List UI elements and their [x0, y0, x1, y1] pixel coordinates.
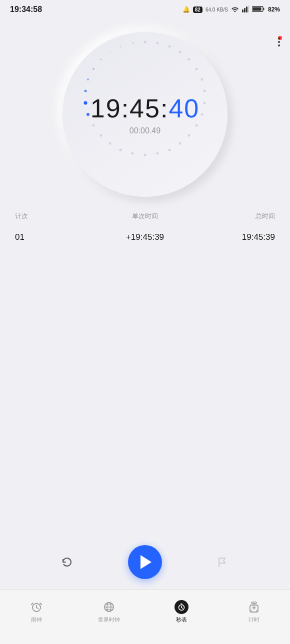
signal-icon: [242, 5, 249, 14]
svg-point-21: [156, 152, 159, 155]
stopwatch-label: 秒表: [176, 616, 187, 624]
svg-point-27: [92, 124, 95, 127]
lap-table: 计次 单次时间 总时间 01 +19:45:39 19:45:39: [15, 212, 275, 249]
svg-point-36: [132, 42, 134, 44]
sidebar-item-world-clock[interactable]: 世界时钟: [72, 600, 145, 624]
stopwatch-active-dot: [174, 600, 188, 614]
svg-point-14: [204, 90, 206, 92]
main-time-display: 19:45:40: [90, 93, 200, 123]
stopwatch-icon: [174, 600, 188, 614]
svg-point-35: [120, 45, 122, 47]
clock-face: 19:45:40 00:00.49: [62, 32, 228, 197]
svg-point-31: [87, 78, 89, 80]
colon2: :: [160, 94, 168, 123]
bottom-nav: 闹钟 世界时钟 秒表: [0, 589, 290, 644]
more-dot-1: [278, 37, 280, 39]
timer-icon: [247, 600, 261, 614]
status-badge: 82: [193, 6, 202, 13]
svg-point-10: [179, 51, 182, 53]
reset-button[interactable]: [54, 549, 80, 576]
lap-header-total-time: 总时间: [188, 212, 275, 221]
lap-button[interactable]: [210, 549, 236, 576]
svg-point-23: [132, 152, 134, 155]
colon1: :: [122, 94, 130, 123]
svg-rect-3: [248, 5, 249, 12]
sidebar-item-timer[interactable]: 计时: [218, 600, 290, 624]
reset-icon: [60, 555, 74, 569]
sub-time-display: 00:00.49: [130, 126, 160, 135]
time-minutes: 45: [130, 94, 160, 123]
sidebar-item-alarm[interactable]: 闹钟: [0, 600, 72, 624]
svg-point-22: [144, 154, 146, 156]
svg-point-25: [109, 142, 112, 145]
more-menu-button[interactable]: [278, 37, 280, 46]
alarm-label: 闹钟: [31, 616, 42, 624]
network-speed: 64.0 KB/S: [206, 7, 228, 12]
status-bar: 19:34:58 🔔 82 64.0 KB/S 82%: [0, 0, 290, 17]
alarm-icon: [30, 600, 44, 614]
status-icons: 🔔 82 64.0 KB/S 82%: [182, 5, 280, 14]
table-row: 01 +19:45:39 19:45:39: [15, 225, 275, 249]
svg-point-29: [84, 101, 88, 105]
svg-point-12: [196, 68, 198, 70]
time-seconds: 40: [168, 94, 200, 123]
wifi-icon: [231, 6, 239, 13]
svg-point-34: [110, 51, 111, 53]
lap-header-count: 计次: [15, 212, 102, 221]
lap-header-lap-time: 单次时间: [102, 212, 188, 221]
svg-point-32: [92, 68, 94, 70]
svg-point-9: [168, 45, 171, 48]
notification-icon: 🔔: [182, 6, 190, 13]
sidebar-item-stopwatch[interactable]: 秒表: [145, 600, 218, 624]
world-clock-label: 世界时钟: [98, 616, 120, 624]
svg-point-11: [188, 58, 190, 61]
svg-point-17: [196, 124, 198, 127]
svg-point-24: [120, 149, 122, 151]
controls-bar: [0, 545, 290, 579]
svg-point-26: [100, 134, 102, 137]
lap-number: 01: [15, 232, 102, 242]
svg-point-33: [100, 59, 102, 60]
svg-rect-5: [263, 8, 264, 10]
svg-point-15: [204, 102, 206, 104]
battery-icon: [252, 5, 265, 14]
battery-percent: 82%: [268, 6, 280, 13]
flag-icon: [217, 556, 229, 568]
svg-rect-41: [180, 604, 182, 605]
svg-point-30: [84, 90, 87, 92]
svg-point-20: [168, 149, 171, 151]
svg-point-13: [201, 78, 204, 81]
svg-rect-1: [244, 8, 246, 12]
svg-point-16: [201, 113, 204, 116]
lap-time: +19:45:39: [102, 232, 188, 242]
svg-rect-6: [252, 7, 261, 10]
svg-point-18: [188, 134, 190, 137]
status-time: 19:34:58: [10, 5, 42, 14]
more-dot-2: [278, 41, 280, 43]
svg-rect-2: [246, 6, 248, 12]
lap-table-header: 计次 单次时间 总时间: [15, 212, 275, 225]
timer-label: 计时: [248, 616, 260, 624]
svg-point-28: [86, 113, 90, 116]
time-hours: 19: [90, 94, 122, 123]
svg-point-7: [144, 41, 146, 43]
play-icon: [140, 555, 152, 569]
clock-container: 19:45:40 00:00.49: [0, 32, 290, 197]
play-button[interactable]: [128, 545, 162, 579]
svg-rect-0: [242, 9, 244, 12]
svg-point-19: [179, 142, 182, 145]
total-time: 19:45:39: [188, 232, 275, 242]
world-clock-icon: [102, 600, 116, 614]
svg-point-8: [156, 42, 159, 44]
more-dot-3: [278, 44, 280, 46]
